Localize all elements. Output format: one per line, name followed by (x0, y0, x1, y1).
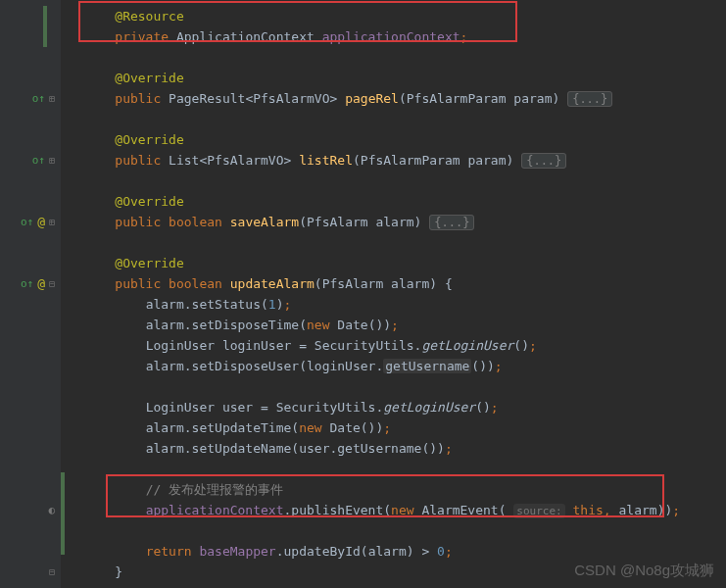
override-icon[interactable]: o↑ (32, 92, 45, 105)
code-line[interactable]: // 发布处理报警的事件 (61, 479, 726, 500)
code-line[interactable]: @Override (61, 253, 726, 273)
code-line[interactable]: LoginUser user = SecurityUtils.getLoginU… (61, 397, 726, 417)
fold-icon[interactable]: ⊟ (49, 278, 55, 289)
code-line[interactable]: @Override (61, 129, 726, 150)
fold-icon[interactable]: ⊞ (49, 93, 55, 104)
code-line[interactable]: alarm.setStatus(1); (61, 294, 726, 315)
fold-icon[interactable]: ⊟ (49, 566, 55, 577)
icon: @ (37, 215, 45, 229)
code-line[interactable]: alarm.setUpdateTime(new Date()); (61, 417, 726, 438)
fold-icon[interactable]: ⊞ (49, 217, 55, 227)
code-line[interactable]: public PageResult<PfsAlarmVO> pageRel(Pf… (61, 88, 726, 109)
code-line[interactable]: alarm.setDisposeTime(new Date()); (61, 315, 726, 335)
override-icon[interactable]: o↑ (32, 154, 45, 167)
folded-block[interactable]: {...} (521, 153, 566, 169)
folded-block[interactable]: {...} (567, 91, 612, 107)
code-content[interactable]: @Resource private ApplicationContext app… (61, 0, 726, 588)
code-line[interactable]: public boolean saveAlarm(PfsAlarm alarm)… (61, 212, 726, 232)
editor-gutter: o↑⊞ o↑⊞ o↑@⊞ o↑@⊟ ◐ ⊟ (0, 0, 61, 588)
code-line[interactable]: return baseMapper.updateById(alarm) > 0; (61, 541, 726, 562)
code-editor[interactable]: o↑⊞ o↑⊞ o↑@⊞ o↑@⊟ ◐ ⊟ @Resource private … (0, 0, 726, 588)
icon: @ (37, 276, 45, 291)
param-hint: source: (513, 504, 564, 518)
code-line[interactable]: alarm.setDisposeUser(loginUser.getUserna… (61, 356, 726, 376)
watermark: CSDN @No8g攻城狮 (574, 562, 714, 580)
code-line[interactable]: private ApplicationContext applicationCo… (61, 26, 726, 47)
code-line[interactable]: @Override (61, 68, 726, 88)
code-line[interactable]: @Override (61, 191, 726, 212)
code-line[interactable]: applicationContext.publishEvent(new Alar… (61, 500, 726, 520)
folded-block[interactable]: {...} (429, 215, 474, 230)
code-line[interactable]: public boolean updateAlarm(PfsAlarm alar… (61, 273, 726, 294)
code-line[interactable]: alarm.setUpdateName(user.getUsername()); (61, 438, 726, 459)
code-line[interactable]: @Resource (61, 6, 726, 26)
code-line[interactable]: LoginUser loginUser = SecurityUtils.getL… (61, 335, 726, 356)
fold-icon[interactable]: ⊞ (49, 155, 55, 166)
gutter-icon[interactable]: ◐ (48, 504, 55, 516)
code-line[interactable]: public List<PfsAlarmVO> listRel(PfsAlarm… (61, 150, 726, 171)
override-icon[interactable]: o↑ (21, 216, 33, 228)
highlighted-usage[interactable]: getUsername (383, 359, 471, 373)
override-icon[interactable]: o↑ (21, 277, 33, 290)
